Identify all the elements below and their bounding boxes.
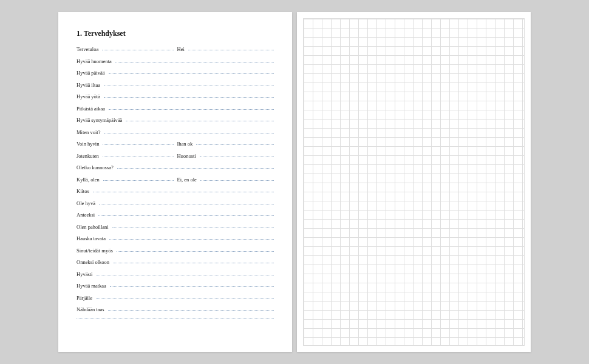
entry-cell: Miten voit? bbox=[77, 130, 274, 136]
term-label: Onneksi olkoon bbox=[77, 260, 109, 266]
term-label: Huonosti bbox=[177, 153, 196, 160]
term-label: Pärjäile bbox=[77, 295, 92, 302]
dotted-line bbox=[103, 157, 174, 157]
dotted-line bbox=[117, 251, 274, 252]
entry-row: Onneksi olkoon bbox=[77, 260, 274, 272]
entry-cell: Anteeksi bbox=[77, 212, 274, 218]
term-label: Jotenkuten bbox=[77, 153, 99, 160]
entry-row: Hauska tavata bbox=[77, 236, 274, 248]
term-label: Ei, en ole bbox=[177, 177, 197, 183]
term-label: Hyvää yötä bbox=[77, 94, 100, 100]
dotted-line bbox=[99, 204, 274, 204]
dotted-line bbox=[109, 109, 274, 110]
term-label: Hyvää huomenta bbox=[77, 59, 112, 65]
dotted-line bbox=[126, 121, 274, 121]
dotted-line bbox=[117, 168, 274, 169]
dotted-line bbox=[196, 144, 274, 145]
entry-row bbox=[77, 319, 274, 331]
entry-row: Oletko kunnossa? bbox=[77, 165, 274, 177]
entry-cell: Hei bbox=[177, 47, 274, 53]
entry-row: Hyvää päivää bbox=[77, 70, 274, 83]
entry-row: Hyvää syntymäpäivää bbox=[77, 118, 274, 130]
entry-row: Miten voit? bbox=[77, 130, 274, 142]
entry-cell: Voin hyvin bbox=[77, 141, 174, 147]
entry-cell: Hyvää päivää bbox=[77, 70, 274, 76]
entries-list: TervetuloaHeiHyvää huomentaHyvää päivääH… bbox=[77, 47, 274, 331]
dotted-line bbox=[108, 310, 274, 311]
entry-row: Kyllä, olenEi, en ole bbox=[77, 177, 274, 189]
entry-cell: Jotenkuten bbox=[77, 153, 174, 160]
term-label: Ole hyvä bbox=[77, 201, 95, 207]
term-label: Kiitos bbox=[77, 189, 89, 195]
dotted-line bbox=[102, 50, 173, 50]
entry-cell: Hyvää huomenta bbox=[77, 59, 274, 65]
entry-cell: Hyvää syntymäpäivää bbox=[77, 118, 274, 124]
left-page: 1. Tervehdykset TervetuloaHeiHyvää huome… bbox=[58, 12, 292, 352]
grid-paper bbox=[303, 18, 525, 346]
term-label: Hyvää iltaa bbox=[77, 83, 100, 89]
entry-cell bbox=[77, 319, 274, 320]
dotted-line bbox=[188, 50, 274, 50]
entry-row: Pärjäile bbox=[77, 295, 274, 308]
entry-row: Olen pahoillani bbox=[77, 224, 274, 237]
entry-cell: Pitkästä aikaa bbox=[77, 106, 274, 112]
entry-row: Sinut/teidät myös bbox=[77, 248, 274, 260]
entry-row: Hyvästi bbox=[77, 272, 274, 284]
entry-cell: Kiitos bbox=[77, 189, 274, 195]
entry-row: Ole hyvä bbox=[77, 201, 274, 213]
dotted-line bbox=[93, 192, 274, 192]
dotted-line bbox=[77, 318, 274, 319]
entry-cell: Pärjäile bbox=[77, 295, 274, 302]
term-label: Ihan ok bbox=[177, 141, 193, 147]
term-label: Hyvää päivää bbox=[77, 70, 105, 76]
entry-cell: Oletko kunnossa? bbox=[77, 165, 274, 171]
term-label: Pitkästä aikaa bbox=[77, 106, 105, 112]
dotted-line bbox=[200, 180, 274, 181]
entry-row: Voin hyvinIhan ok bbox=[77, 141, 274, 153]
dotted-line bbox=[104, 133, 274, 133]
entry-row: TervetuloaHei bbox=[77, 47, 274, 59]
term-label: Tervetuloa bbox=[77, 47, 98, 53]
dotted-line bbox=[104, 97, 274, 98]
entry-row: Pitkästä aikaa bbox=[77, 106, 274, 118]
term-label: Hauska tavata bbox=[77, 236, 106, 242]
entry-cell: Hyvää iltaa bbox=[77, 83, 274, 89]
dotted-line bbox=[113, 263, 274, 263]
entry-row: JotenkutenHuonosti bbox=[77, 153, 274, 166]
entry-cell: Kyllä, olen bbox=[77, 177, 174, 183]
entry-row: Kiitos bbox=[77, 189, 274, 201]
dotted-line bbox=[103, 144, 173, 145]
term-label: Olen pahoillani bbox=[77, 224, 109, 231]
entry-cell: Hyvää yötä bbox=[77, 94, 274, 100]
entry-cell: Onneksi olkoon bbox=[77, 260, 274, 266]
term-label: Nähdään taas bbox=[77, 307, 104, 313]
term-label: Sinut/teidät myös bbox=[77, 248, 113, 254]
dotted-line bbox=[98, 215, 274, 216]
term-label: Voin hyvin bbox=[77, 141, 99, 147]
entry-row: Anteeksi bbox=[77, 212, 274, 224]
entry-cell: Nähdään taas bbox=[77, 307, 274, 313]
term-label: Kyllä, olen bbox=[77, 177, 100, 183]
term-label: Hyvää syntymäpäivää bbox=[77, 118, 122, 124]
term-label: Anteeksi bbox=[77, 212, 95, 218]
entry-cell: Ei, en ole bbox=[177, 177, 274, 183]
entry-row: Hyvää matkaa bbox=[77, 283, 274, 295]
entry-cell: Tervetuloa bbox=[77, 47, 174, 53]
entry-cell: Sinut/teidät myös bbox=[77, 248, 274, 254]
entry-cell: Ole hyvä bbox=[77, 201, 274, 207]
entry-cell: Huonosti bbox=[177, 153, 274, 160]
right-page bbox=[297, 12, 531, 352]
dotted-line bbox=[110, 286, 274, 287]
term-label: Hei bbox=[177, 47, 185, 53]
dotted-line bbox=[112, 228, 274, 228]
dotted-line bbox=[104, 86, 274, 86]
dotted-line bbox=[115, 62, 274, 62]
entry-row: Hyvää yötä bbox=[77, 94, 274, 106]
entry-row: Nähdään taas bbox=[77, 307, 274, 319]
entry-row: Hyvää iltaa bbox=[77, 83, 274, 95]
entry-row: Hyvää huomenta bbox=[77, 59, 274, 71]
dotted-line bbox=[96, 298, 274, 299]
term-label: Miten voit? bbox=[77, 130, 100, 136]
term-label: Hyvää matkaa bbox=[77, 283, 106, 289]
entry-cell: Ihan ok bbox=[177, 141, 274, 147]
